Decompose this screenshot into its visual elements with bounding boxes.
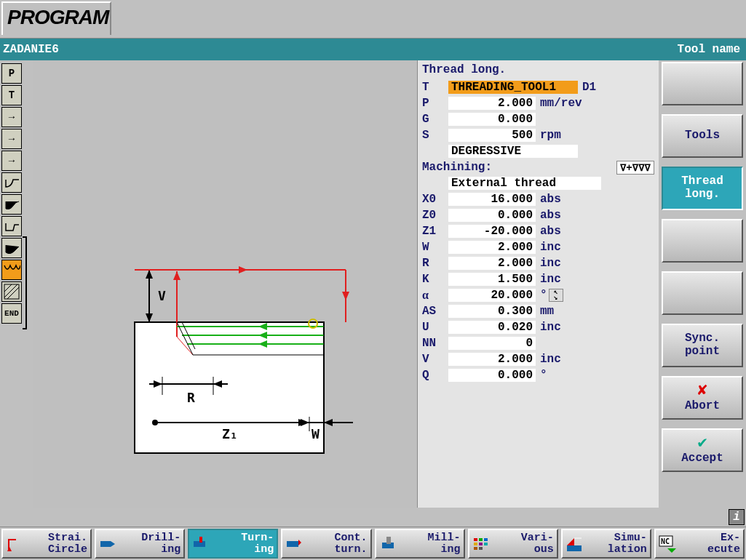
bottom-various-button[interactable]: Vari-ous xyxy=(468,529,558,559)
param-value-R[interactable]: 2.000 xyxy=(448,257,536,270)
info-icon[interactable]: i xyxy=(729,509,745,525)
svg-rect-44 xyxy=(199,537,202,543)
softkey-tools[interactable]: Tools xyxy=(662,114,743,158)
softkey-thread-long-[interactable]: Threadlong. xyxy=(662,167,743,210)
bottom-strai-button[interactable]: Strai.Circle xyxy=(1,529,92,559)
left-step-curve4[interactable] xyxy=(1,238,22,258)
left-step-thread[interactable] xyxy=(1,260,22,280)
svg-marker-42 xyxy=(111,541,115,547)
tool-name-label: Tool name xyxy=(678,43,740,56)
svg-rect-54 xyxy=(474,547,477,550)
left-step-END[interactable]: END xyxy=(1,303,22,324)
left-step-hatch[interactable] xyxy=(1,281,22,302)
drill-icon xyxy=(99,535,116,553)
param-label-P: P xyxy=(422,97,448,110)
left-toolbar: PT→→→END xyxy=(0,60,33,508)
svg-rect-41 xyxy=(100,541,111,547)
param-value-V[interactable]: 2.000 xyxy=(448,353,536,366)
softkey-empty[interactable] xyxy=(662,62,743,105)
nc-icon: NC xyxy=(659,535,676,553)
machining-mode-select[interactable]: ∇+∇∇∇ xyxy=(616,161,654,175)
turn-icon xyxy=(192,535,210,553)
mill-icon xyxy=(379,535,397,553)
param-value-X0[interactable]: 16.000 xyxy=(448,193,536,206)
param-value-U[interactable]: 0.020 xyxy=(448,321,536,334)
param-unit-Q: ° xyxy=(540,369,547,382)
param-value-Q[interactable]: 0.000 xyxy=(448,369,536,382)
svg-rect-51 xyxy=(474,543,477,545)
svg-text:Z₁: Z₁ xyxy=(222,426,238,441)
svg-marker-8 xyxy=(239,266,247,273)
left-step-T[interactable]: T xyxy=(1,85,22,105)
svg-marker-4 xyxy=(146,313,153,322)
param-unit-R: inc xyxy=(540,257,561,270)
various-icon xyxy=(472,535,490,553)
param-label-K: K xyxy=(422,273,448,286)
softkey-empty[interactable] xyxy=(662,219,743,263)
param-value-Z1[interactable]: -20.000 xyxy=(448,225,536,238)
softkey-accept[interactable]: ✔Accept xyxy=(662,428,743,472)
svg-rect-0 xyxy=(4,284,19,299)
accept-check-icon: ✔ xyxy=(697,435,707,452)
svg-text:V: V xyxy=(158,288,166,303)
param-label-Z1: Z1 xyxy=(422,225,448,238)
param-label-NN: NN xyxy=(422,337,448,350)
softkey-abort[interactable]: ✘Abort xyxy=(662,376,743,420)
left-step-curve3[interactable] xyxy=(1,216,22,236)
param-value-NN[interactable]: 0 xyxy=(448,337,536,350)
cont-icon xyxy=(285,535,303,553)
param-label-α: α xyxy=(422,289,448,302)
param-value-α[interactable]: 20.000 xyxy=(448,289,536,302)
bottom-toolbar: Strai.CircleDrill-ingTurn-ingCont.turn.M… xyxy=(0,527,746,560)
left-step-→[interactable]: → xyxy=(1,151,22,171)
bottom-cont-button[interactable]: Cont.turn. xyxy=(281,529,371,559)
abort-x-icon: ✘ xyxy=(697,383,707,400)
svg-text:NC: NC xyxy=(661,537,670,545)
title-bar: ZADANIE6 Tool name xyxy=(0,39,746,60)
bottom-nc-button[interactable]: NCEx-ecute xyxy=(654,529,745,559)
svg-rect-52 xyxy=(479,543,483,545)
tool-label: T xyxy=(422,81,448,94)
softkey-empty[interactable] xyxy=(662,271,743,315)
param-value-W[interactable]: 2.000 xyxy=(448,241,536,254)
svg-text:W: W xyxy=(312,426,320,441)
param-unit-W: inc xyxy=(540,241,561,254)
param-label-Z0: Z0 xyxy=(422,209,448,222)
param-value-P[interactable]: 2.000 xyxy=(448,97,536,110)
param-unit-S: rpm xyxy=(540,129,561,142)
infeed-mode[interactable]: DEGRESSIVE xyxy=(448,145,578,158)
param-value-G[interactable]: 0.000 xyxy=(448,113,536,126)
param-value-S[interactable]: 500 xyxy=(448,129,536,142)
left-step-curve2[interactable] xyxy=(1,194,22,215)
param-value-AS[interactable]: 0.300 xyxy=(448,305,536,318)
file-name: ZADANIE6 xyxy=(3,43,59,56)
left-step-→[interactable]: → xyxy=(1,129,22,149)
svg-text:R: R xyxy=(187,390,195,405)
svg-marker-3 xyxy=(146,270,153,279)
softkey-sync-point[interactable]: Sync.point xyxy=(662,324,743,367)
bottom-sim-button[interactable]: Simu-lation xyxy=(561,529,651,559)
svg-marker-57 xyxy=(567,538,574,545)
svg-rect-47 xyxy=(386,537,391,544)
param-label-R: R xyxy=(422,257,448,270)
svg-marker-12 xyxy=(173,271,180,280)
thread-type[interactable]: External thread xyxy=(448,177,601,190)
param-value-Z0[interactable]: 0.000 xyxy=(448,209,536,222)
panel-title: Thread long. xyxy=(422,63,654,76)
bottom-turn-button[interactable]: Turn-ing xyxy=(188,529,278,559)
param-unit-U: inc xyxy=(540,321,561,334)
tool-name-field[interactable]: THREADING_TOOL1 xyxy=(448,81,578,94)
toggle-icon[interactable]: ↖↘ xyxy=(549,289,563,302)
bottom-mill-button[interactable]: Mill-ing xyxy=(375,529,465,559)
param-label-S: S xyxy=(422,129,448,142)
left-step-P[interactable]: P xyxy=(1,63,22,84)
right-softkeys: ToolsThreadlong.Sync.point✘Abort✔Accept xyxy=(659,60,746,508)
left-step-curve1[interactable] xyxy=(1,172,22,193)
diagram-canvas: V xyxy=(33,60,417,508)
svg-marker-37 xyxy=(324,419,333,426)
bottom-drill-button[interactable]: Drill-ing xyxy=(95,529,185,559)
svg-marker-61 xyxy=(667,548,676,553)
left-step-→[interactable]: → xyxy=(1,107,22,127)
param-value-K[interactable]: 1.500 xyxy=(448,273,536,286)
svg-rect-55 xyxy=(479,547,483,550)
